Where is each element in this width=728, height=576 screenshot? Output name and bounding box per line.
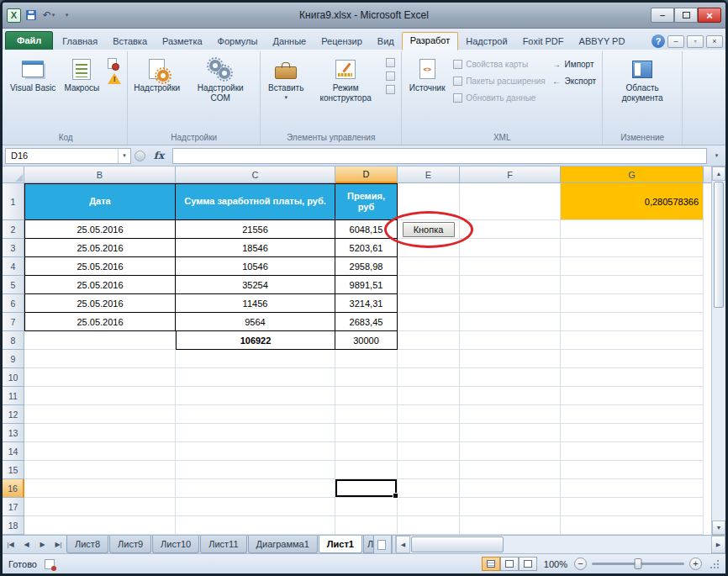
cell-E10[interactable]: [398, 368, 460, 387]
column-header-E[interactable]: E: [398, 166, 460, 183]
cell-D17[interactable]: [335, 498, 398, 516]
maximize-button[interactable]: [674, 8, 698, 23]
cell-C12[interactable]: [176, 405, 335, 424]
row-header-8[interactable]: 8: [3, 331, 24, 350]
cell-B6[interactable]: 25.05.2016: [24, 294, 176, 313]
cell-F7[interactable]: [460, 313, 561, 331]
close-button[interactable]: ×: [698, 8, 721, 23]
horizontal-scrollbar[interactable]: ◀ ▶: [395, 536, 725, 553]
cell-E6[interactable]: [398, 294, 460, 313]
insert-function-button[interactable]: fx: [149, 150, 169, 161]
cell-G1[interactable]: 0,280578366: [561, 183, 704, 220]
formula-bar-expand-icon[interactable]: ▾: [710, 148, 723, 164]
next-sheet-button[interactable]: ▶: [34, 536, 50, 553]
cell-C13[interactable]: [176, 424, 335, 442]
ribbon-tab-7[interactable]: Вид: [370, 34, 402, 50]
zoom-thumb[interactable]: [635, 558, 642, 569]
cell-F13[interactable]: [460, 424, 561, 442]
cell-G13[interactable]: [561, 424, 704, 442]
cell-E18[interactable]: [398, 516, 460, 535]
cell-D9[interactable]: [335, 350, 398, 368]
cell-G7[interactable]: [561, 313, 704, 331]
cell-F3[interactable]: [460, 239, 561, 257]
ribbon-tab-6[interactable]: Рецензир: [314, 34, 370, 50]
save-button[interactable]: [24, 8, 39, 23]
last-sheet-button[interactable]: ▶|: [50, 536, 66, 553]
formula-input[interactable]: [172, 148, 707, 164]
cell-F17[interactable]: [460, 498, 561, 516]
cell-B7[interactable]: 25.05.2016: [24, 313, 176, 331]
ribbon-tab-5[interactable]: Данные: [265, 34, 314, 50]
undo-dropdown-icon[interactable]: ▾: [52, 12, 55, 18]
cell-B14[interactable]: [24, 442, 176, 461]
sheet-tab-4[interactable]: Лист11: [200, 536, 246, 553]
row-header-4[interactable]: 4: [3, 257, 24, 276]
zoom-track[interactable]: [592, 563, 684, 565]
cell-E4[interactable]: [398, 257, 460, 276]
resize-grip[interactable]: [709, 558, 720, 569]
scroll-right-icon[interactable]: ▶: [711, 536, 725, 553]
zoom-in-icon[interactable]: +: [689, 558, 702, 570]
cell-C16[interactable]: [176, 479, 335, 498]
cell-B4[interactable]: 25.05.2016: [24, 257, 176, 276]
column-header-D[interactable]: D: [335, 166, 398, 183]
ribbon-tab-2[interactable]: Вставка: [105, 34, 155, 50]
cell-B18[interactable]: [24, 516, 176, 535]
cell-E14[interactable]: [398, 442, 460, 461]
sheet-tab-1[interactable]: Лист8: [66, 536, 108, 553]
column-header-B[interactable]: B: [24, 166, 176, 183]
cell-G11[interactable]: [561, 387, 704, 405]
column-header-C[interactable]: C: [176, 166, 335, 183]
cell-B2[interactable]: 25.05.2016: [24, 220, 176, 239]
visual-basic-button[interactable]: Visual Basic: [8, 54, 58, 95]
cell-F4[interactable]: [460, 257, 561, 276]
vertical-scrollbar[interactable]: ▲ ▼: [711, 166, 725, 535]
cell-F5[interactable]: [460, 276, 561, 294]
scroll-left-icon[interactable]: ◀: [396, 536, 410, 553]
cell-G8[interactable]: [561, 331, 704, 350]
cell-B10[interactable]: [24, 368, 176, 387]
cell-E5[interactable]: [398, 276, 460, 294]
cell-C3[interactable]: 18546: [176, 239, 335, 257]
row-header-15[interactable]: 15: [3, 461, 24, 479]
cell-E16[interactable]: [398, 479, 460, 498]
cell-C11[interactable]: [176, 387, 335, 405]
cell-F1[interactable]: [460, 183, 561, 220]
cell-B13[interactable]: [24, 424, 176, 442]
sheet-tab-6[interactable]: Лист1: [319, 536, 362, 553]
column-header-F[interactable]: F: [460, 166, 561, 183]
row-header-17[interactable]: 17: [3, 498, 24, 516]
cell-F15[interactable]: [460, 461, 561, 479]
ribbon-tab-1[interactable]: Главная: [55, 34, 105, 50]
macro-security-icon[interactable]: [108, 73, 121, 84]
cell-B5[interactable]: 25.05.2016: [24, 276, 176, 294]
cell-B16[interactable]: [24, 479, 176, 498]
cell-E12[interactable]: [398, 405, 460, 424]
row-header-3[interactable]: 3: [3, 239, 24, 257]
export-button[interactable]: ← Экспорт: [550, 74, 599, 88]
cell-D16[interactable]: [335, 479, 398, 498]
record-macro-icon[interactable]: [108, 58, 117, 69]
row-header-9[interactable]: 9: [3, 350, 24, 368]
cell-E2[interactable]: Кнопка: [398, 220, 460, 239]
cell-E3[interactable]: [398, 239, 460, 257]
help-icon[interactable]: ?: [652, 34, 665, 48]
row-header-13[interactable]: 13: [3, 424, 24, 442]
cell-E8[interactable]: [398, 331, 460, 350]
select-all-corner[interactable]: [3, 166, 24, 183]
row-header-16[interactable]: 16: [3, 479, 24, 498]
cell-D14[interactable]: [335, 442, 398, 461]
cell-B17[interactable]: [24, 498, 176, 516]
cell-G4[interactable]: [561, 257, 704, 276]
cell-D2[interactable]: 6048,15: [335, 220, 398, 239]
cell-D12[interactable]: [335, 405, 398, 424]
workbook-restore-icon[interactable]: ▫: [687, 35, 704, 48]
cell-E9[interactable]: [398, 350, 460, 368]
cell-B1[interactable]: Дата: [24, 183, 176, 220]
cell-D10[interactable]: [335, 368, 398, 387]
cell-C1[interactable]: Сумма заработной платы, руб.: [176, 183, 335, 220]
cell-C15[interactable]: [176, 461, 335, 479]
cell-B15[interactable]: [24, 461, 176, 479]
row-header-5[interactable]: 5: [3, 276, 24, 294]
cell-E7[interactable]: [398, 313, 460, 331]
